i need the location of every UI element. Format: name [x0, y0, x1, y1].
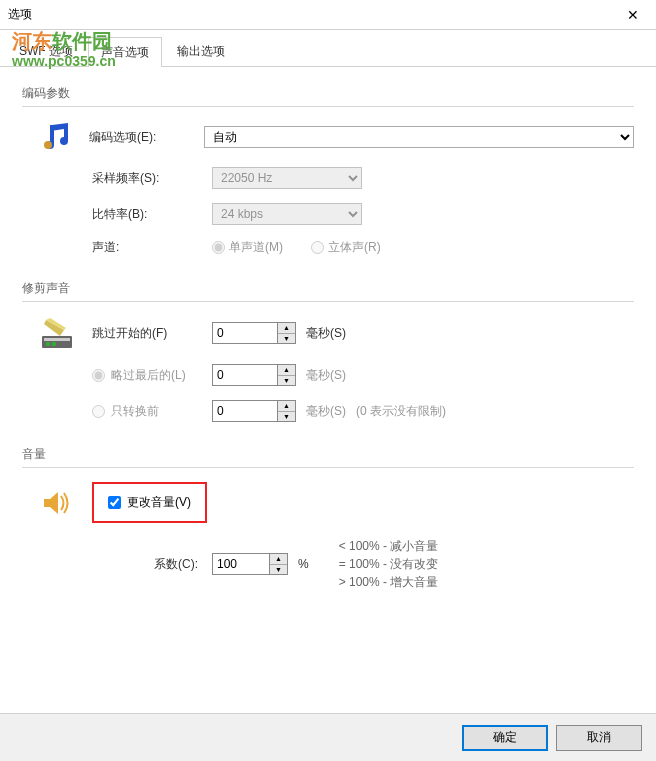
divider [22, 106, 634, 107]
percent-label: % [298, 557, 309, 571]
radio-mono: 单声道(M) [212, 239, 283, 256]
radio-convert-only: 只转换前 [92, 403, 212, 420]
footer: 确定 取消 [0, 713, 656, 761]
section-encoding: 编码参数 编码选项(E): 自动 采样频率(S): 22050 Hz 比特率(B [22, 85, 634, 256]
section-title-trim: 修剪声音 [22, 280, 634, 297]
scanner-icon [40, 316, 74, 350]
svg-rect-2 [44, 338, 70, 341]
tab-sound[interactable]: 声音选项 [88, 37, 162, 67]
samplerate-label: 采样频率(S): [92, 170, 212, 187]
coef-label: 系数(C): [92, 556, 212, 573]
volume-hint: < 100% - 减小音量 = 100% - 没有改变 > 100% - 增大音… [339, 537, 439, 591]
tab-swf[interactable]: SWF 选项 [6, 36, 86, 66]
cancel-button[interactable]: 取消 [556, 725, 642, 751]
divider [22, 301, 634, 302]
tab-bar: SWF 选项 声音选项 输出选项 [0, 30, 656, 67]
coef-spinner[interactable]: ▲▼ [212, 553, 288, 575]
radio-stereo: 立体声(R) [311, 239, 381, 256]
spinner-up-icon[interactable]: ▲ [270, 554, 287, 565]
ms-label: 毫秒(S) [306, 367, 346, 384]
music-note-icon [40, 121, 72, 153]
window-title: 选项 [8, 6, 618, 23]
ms-label: 毫秒(S) [306, 325, 346, 342]
encoding-options-label: 编码选项(E): [89, 129, 204, 146]
section-volume: 音量 更改音量(V) 系数(C): [22, 446, 634, 591]
highlight-box: 更改音量(V) [92, 482, 207, 523]
change-volume-checkbox[interactable]: 更改音量(V) [108, 494, 191, 511]
divider [22, 467, 634, 468]
spinner-down-icon[interactable]: ▼ [278, 334, 295, 344]
close-icon[interactable]: ✕ [618, 7, 648, 23]
svg-rect-3 [46, 342, 50, 346]
ok-button[interactable]: 确定 [462, 725, 548, 751]
bitrate-select: 24 kbps [212, 203, 362, 225]
section-title-volume: 音量 [22, 446, 634, 463]
channel-label: 声道: [92, 239, 212, 256]
spinner-up-icon[interactable]: ▲ [278, 401, 295, 412]
coef-input[interactable] [213, 554, 269, 574]
svg-point-0 [44, 141, 52, 149]
encoding-options-select[interactable]: 自动 [204, 126, 634, 148]
convert-only-input[interactable] [213, 401, 277, 421]
ms-label: 毫秒(S) [306, 403, 346, 420]
skip-first-input[interactable] [213, 323, 277, 343]
trim-hint: (0 表示没有限制) [356, 403, 446, 420]
samplerate-select: 22050 Hz [212, 167, 362, 189]
spinner-down-icon[interactable]: ▼ [278, 376, 295, 386]
content: 编码参数 编码选项(E): 自动 采样频率(S): 22050 Hz 比特率(B [0, 67, 656, 633]
section-trim: 修剪声音 跳过开始的(F) ▲▼ 毫秒(S) [22, 280, 634, 422]
spinner-up-icon[interactable]: ▲ [278, 365, 295, 376]
spinner-up-icon[interactable]: ▲ [278, 323, 295, 334]
titlebar: 选项 ✕ [0, 0, 656, 30]
svg-rect-4 [52, 342, 56, 346]
spinner-down-icon[interactable]: ▼ [278, 412, 295, 422]
spinner-down-icon[interactable]: ▼ [270, 565, 287, 575]
skip-last-input[interactable] [213, 365, 277, 385]
skip-first-label: 跳过开始的(F) [92, 325, 212, 342]
bitrate-label: 比特率(B): [92, 206, 212, 223]
tab-output[interactable]: 输出选项 [164, 36, 238, 66]
skip-first-spinner[interactable]: ▲▼ [212, 322, 296, 344]
radio-skip-last: 略过最后的(L) [92, 367, 212, 384]
skip-last-spinner[interactable]: ▲▼ [212, 364, 296, 386]
convert-only-spinner[interactable]: ▲▼ [212, 400, 296, 422]
speaker-icon [42, 488, 72, 518]
section-title-encoding: 编码参数 [22, 85, 634, 102]
